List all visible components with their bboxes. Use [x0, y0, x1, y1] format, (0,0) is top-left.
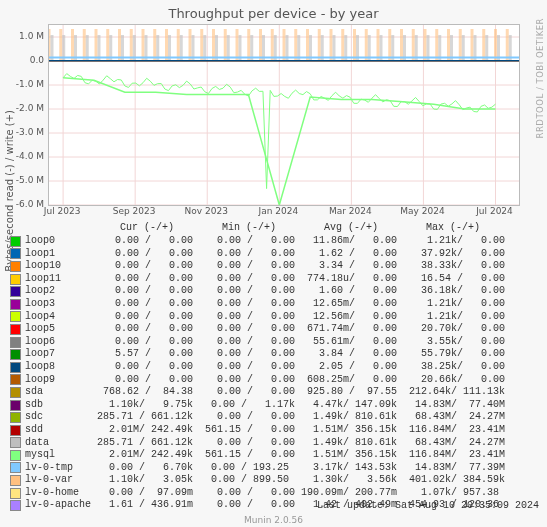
- legend-swatch: [10, 261, 21, 272]
- legend-row: sdb 1.10k/ 9.75k 0.00 / 1.17k 4.47k/ 147…: [6, 399, 540, 412]
- legend-row: loop9 0.00 / 0.00 0.00 / 0.00 608.25m/ 0…: [6, 374, 540, 387]
- y-tick: -1.0 M: [0, 79, 44, 89]
- legend-swatch: [10, 425, 21, 436]
- plot-svg: [49, 25, 519, 205]
- y-tick: -3.0 M: [0, 127, 44, 137]
- x-axis-ticks: Jul 2023Sep 2023Nov 2023Jan 2024Mar 2024…: [48, 206, 518, 220]
- legend-text: lv-0-var 1.10k/ 3.05k 0.00 / 899.50 1.30…: [25, 474, 505, 487]
- legend-row: sda 768.62 / 84.38 0.00 / 0.00 925.80 / …: [6, 386, 540, 399]
- y-tick: -6.0 M: [0, 199, 44, 209]
- y-tick: -5.0 M: [0, 175, 44, 185]
- legend-swatch: [10, 349, 21, 360]
- legend-swatch: [10, 437, 21, 448]
- legend-text: loop1 0.00 / 0.00 0.00 / 0.00 1.62 / 0.0…: [25, 248, 505, 261]
- legend-swatch: [10, 236, 21, 247]
- legend-swatch: [10, 400, 21, 411]
- plot-area: [48, 24, 520, 206]
- legend-row: sdc 285.71 / 661.12k 0.00 / 0.00 1.49k/ …: [6, 411, 540, 424]
- legend-row: loop6 0.00 / 0.00 0.00 / 0.00 55.61m/ 0.…: [6, 336, 540, 349]
- legend-text: sdc 285.71 / 661.12k 0.00 / 0.00 1.49k/ …: [25, 411, 505, 424]
- legend-text: data 285.71 / 661.12k 0.00 / 0.00 1.49k/…: [25, 437, 505, 450]
- y-tick: -2.0 M: [0, 103, 44, 113]
- legend-text: sda 768.62 / 84.38 0.00 / 0.00 925.80 / …: [25, 386, 505, 399]
- legend-row: loop3 0.00 / 0.00 0.00 / 0.00 12.65m/ 0.…: [6, 298, 540, 311]
- legend-row: loop1 0.00 / 0.00 0.00 / 0.00 1.62 / 0.0…: [6, 248, 540, 261]
- legend-row: loop5 0.00 / 0.00 0.00 / 0.00 671.74m/ 0…: [6, 323, 540, 336]
- legend-swatch: [10, 412, 21, 423]
- legend-swatch: [10, 248, 21, 259]
- legend-text: lv-0-home 0.00 / 97.09m 0.00 / 0.00 190.…: [25, 487, 505, 500]
- legend-text: loop10 0.00 / 0.00 0.00 / 0.00 3.34 / 0.…: [25, 260, 505, 273]
- x-tick: Jul 2023: [44, 206, 81, 216]
- legend-row: loop11 0.00 / 0.00 0.00 / 0.00 774.18u/ …: [6, 273, 540, 286]
- munin-graph-card: RRDTOOL / TOBI OETIKER Throughput per de…: [0, 0, 547, 527]
- legend-swatch: [10, 286, 21, 297]
- legend-swatch: [10, 488, 21, 499]
- legend-row: lv-0-home 0.00 / 97.09m 0.00 / 0.00 190.…: [6, 487, 540, 500]
- legend-row: loop4 0.00 / 0.00 0.00 / 0.00 12.56m/ 0.…: [6, 311, 540, 324]
- legend-table: loop0 0.00 / 0.00 0.00 / 0.00 11.86m/ 0.…: [6, 235, 540, 512]
- legend-swatch: [10, 374, 21, 385]
- legend-swatch: [10, 500, 21, 511]
- legend-row: loop7 5.57 / 0.00 0.00 / 0.00 3.84 / 0.0…: [6, 348, 540, 361]
- rrdtool-brand: RRDTOOL / TOBI OETIKER: [535, 18, 545, 138]
- x-tick: Mar 2024: [329, 206, 372, 216]
- legend-swatch: [10, 311, 21, 322]
- legend-text: loop5 0.00 / 0.00 0.00 / 0.00 671.74m/ 0…: [25, 323, 505, 336]
- x-tick: Jul 2024: [476, 206, 513, 216]
- legend-text: sdd 2.01M/ 242.49k 561.15 / 0.00 1.51M/ …: [25, 424, 505, 437]
- y-tick: 1.0 M: [0, 31, 44, 41]
- legend-swatch: [10, 450, 21, 461]
- munin-version: Munin 2.0.56: [0, 515, 547, 525]
- y-axis-ticks: 1.0 M0.0-1.0 M-2.0 M-3.0 M-4.0 M-5.0 M-6…: [0, 24, 46, 204]
- legend-text: loop8 0.00 / 0.00 0.00 / 0.00 2.05 / 0.0…: [25, 361, 505, 374]
- legend-row: data 285.71 / 661.12k 0.00 / 0.00 1.49k/…: [6, 437, 540, 450]
- legend-row: sdd 2.01M/ 242.49k 561.15 / 0.00 1.51M/ …: [6, 424, 540, 437]
- legend-text: loop0 0.00 / 0.00 0.00 / 0.00 11.86m/ 0.…: [25, 235, 505, 248]
- chart-title: Throughput per device - by year: [0, 6, 547, 21]
- x-tick: Nov 2023: [185, 206, 228, 216]
- legend-text: mysql 2.01M/ 242.49k 561.15 / 0.00 1.51M…: [25, 449, 505, 462]
- legend-text: loop2 0.00 / 0.00 0.00 / 0.00 1.60 / 0.0…: [25, 285, 505, 298]
- legend-text: sdb 1.10k/ 9.75k 0.00 / 1.17k 4.47k/ 147…: [25, 399, 505, 412]
- legend-swatch: [10, 299, 21, 310]
- legend-swatch: [10, 274, 21, 285]
- legend-row: mysql 2.01M/ 242.49k 561.15 / 0.00 1.51M…: [6, 449, 540, 462]
- last-update: Last update: Sat Aug 10 20:35:09 2024: [317, 500, 539, 511]
- legend-text: loop9 0.00 / 0.00 0.00 / 0.00 608.25m/ 0…: [25, 374, 505, 387]
- legend-text: loop6 0.00 / 0.00 0.00 / 0.00 55.61m/ 0.…: [25, 336, 505, 349]
- y-tick: -4.0 M: [0, 151, 44, 161]
- legend-swatch: [10, 387, 21, 398]
- legend-swatch: [10, 337, 21, 348]
- legend-row: lv-0-tmp 0.00 / 6.70k 0.00 / 193.25 3.17…: [6, 462, 540, 475]
- legend-row: loop0 0.00 / 0.00 0.00 / 0.00 11.86m/ 0.…: [6, 235, 540, 248]
- legend-text: loop4 0.00 / 0.00 0.00 / 0.00 12.56m/ 0.…: [25, 311, 505, 324]
- x-tick: Jan 2024: [258, 206, 298, 216]
- legend-header: Cur (-/+) Min (-/+) Avg (-/+) Max (-/+): [30, 222, 540, 233]
- legend-row: lv-0-var 1.10k/ 3.05k 0.00 / 899.50 1.30…: [6, 474, 540, 487]
- legend-swatch: [10, 475, 21, 486]
- x-tick: May 2024: [400, 206, 444, 216]
- legend-row: loop8 0.00 / 0.00 0.00 / 0.00 2.05 / 0.0…: [6, 361, 540, 374]
- legend-text: loop11 0.00 / 0.00 0.00 / 0.00 774.18u/ …: [25, 273, 505, 286]
- legend-text: loop7 5.57 / 0.00 0.00 / 0.00 3.84 / 0.0…: [25, 348, 505, 361]
- legend-row: loop2 0.00 / 0.00 0.00 / 0.00 1.60 / 0.0…: [6, 285, 540, 298]
- legend-swatch: [10, 462, 21, 473]
- legend-text: lv-0-tmp 0.00 / 6.70k 0.00 / 193.25 3.17…: [25, 462, 505, 475]
- legend-text: loop3 0.00 / 0.00 0.00 / 0.00 12.65m/ 0.…: [25, 298, 505, 311]
- x-tick: Sep 2023: [113, 206, 156, 216]
- legend-row: loop10 0.00 / 0.00 0.00 / 0.00 3.34 / 0.…: [6, 260, 540, 273]
- legend-swatch: [10, 362, 21, 373]
- legend-swatch: [10, 324, 21, 335]
- y-tick: 0.0: [0, 55, 44, 65]
